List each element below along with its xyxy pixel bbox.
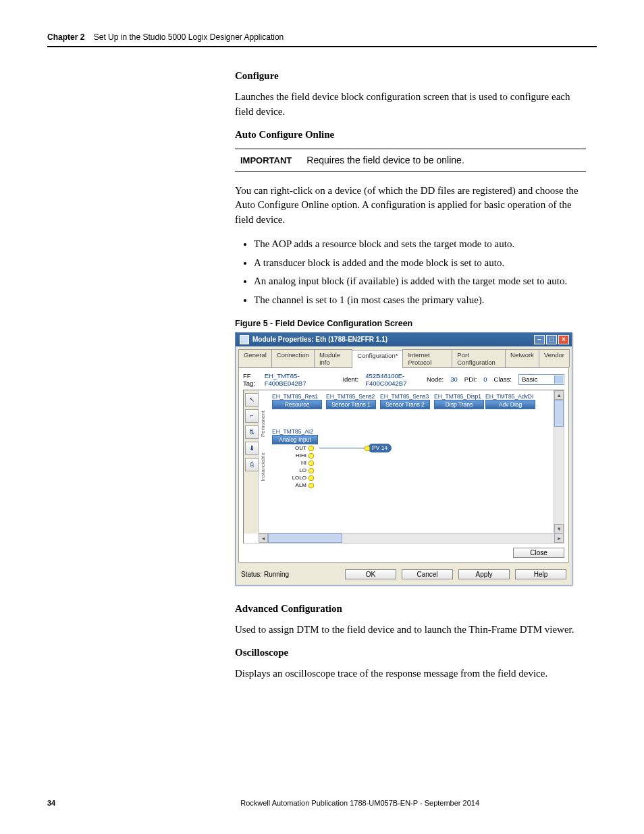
ident-value: 452B48100E-F400C0042B7: [365, 372, 420, 387]
list-item: An analog input block (if available) is …: [254, 274, 586, 289]
tab-port-configuration[interactable]: Port Configuration: [452, 349, 506, 367]
sensor-trans2-block[interactable]: Sensor Trans 2: [380, 400, 430, 409]
maximize-icon[interactable]: □: [546, 335, 557, 344]
wire: [319, 448, 367, 448]
permanent-group-label: Permanent: [260, 411, 266, 437]
horizontal-scrollbar[interactable]: ◂ ▸: [259, 533, 564, 543]
ff-tag-label: FF Tag:: [243, 372, 258, 387]
tab-body: FF Tag: EH_TMT85-F400BE042B7 Ident: 452B…: [238, 367, 569, 563]
window-icon: [240, 335, 249, 344]
pdi-value: 0: [483, 375, 487, 383]
tab-strip: General Connection Module Info Configura…: [236, 346, 572, 367]
heading-oscilloscope: Oscilloscope: [235, 647, 586, 658]
port-out[interactable]: OUT: [283, 444, 314, 452]
status-value: Running: [264, 571, 289, 578]
cancel-button[interactable]: Cancel: [402, 569, 453, 579]
tab-internet-protocol[interactable]: Internet Protocol: [402, 349, 452, 367]
important-callout: IMPORTANT Requires the field device to b…: [235, 149, 586, 172]
tab-network[interactable]: Network: [505, 349, 539, 367]
status-label: Status:: [241, 571, 262, 578]
apply-button[interactable]: Apply: [458, 569, 510, 579]
bullet-list: The AOP adds a resource block and sets t…: [235, 237, 586, 308]
arrange-tool-icon[interactable]: ⇅: [245, 425, 259, 439]
status-row: Status: Running OK Cancel Apply Help: [236, 565, 572, 585]
para-oscilloscope: Displays an oscilloscope trace of the re…: [235, 667, 586, 681]
help-button[interactable]: Help: [515, 569, 566, 579]
tab-module-info[interactable]: Module Info: [314, 349, 352, 367]
port-hi[interactable]: HI: [283, 459, 314, 467]
port-lo[interactable]: LO: [283, 467, 314, 474]
scroll-thumb[interactable]: [268, 533, 342, 543]
ok-button[interactable]: OK: [345, 569, 396, 579]
para-advanced: Used to assign DTM to the field device a…: [235, 623, 586, 637]
block-label: EH_TMT85_Sens2: [326, 393, 375, 400]
pv-tag[interactable]: PV 14: [368, 444, 392, 452]
instanciable-group-label: Instanciable: [260, 452, 266, 481]
publication-info: Rockwell Automation Publication 1788-UM0…: [240, 799, 479, 807]
class-label: Class:: [494, 375, 512, 383]
block-label: EH_TMT85_AI2: [272, 428, 313, 435]
heading-configure: Configure: [235, 70, 586, 82]
node-value: 30: [450, 375, 458, 383]
tab-general[interactable]: General: [238, 349, 272, 367]
connector-tool-icon[interactable]: ⌐: [245, 409, 259, 423]
important-label: IMPORTANT: [240, 155, 292, 165]
tab-vendor[interactable]: Vendor: [539, 349, 570, 367]
heading-advanced: Advanced Configuration: [235, 603, 586, 615]
para-auto-configure: You can right-click on a device (of whic…: [235, 184, 586, 228]
download-tool-icon[interactable]: ⬇: [245, 442, 259, 455]
block-canvas[interactable]: ↖ ⌐ ⇅ ⬇ ⎙ Permanent Instanciable EH_TMT8…: [243, 390, 564, 544]
block-label: EH_TMT85_AdvDI: [485, 393, 533, 400]
adv-diag-block[interactable]: Adv Diag: [485, 400, 535, 409]
scroll-left-icon[interactable]: ◂: [259, 533, 268, 543]
pdi-label: PDI:: [464, 375, 477, 383]
scroll-right-icon[interactable]: ▸: [554, 533, 564, 543]
minimize-icon[interactable]: –: [534, 335, 545, 344]
para-configure: Launches the field device block configur…: [235, 90, 586, 120]
scroll-up-icon[interactable]: ▴: [554, 390, 564, 400]
heading-auto-configure: Auto Configure Online: [235, 129, 586, 140]
block-label: EH_TMT85_Disp1: [434, 393, 481, 400]
important-text: Requires the field device to be online.: [306, 155, 464, 165]
print-tool-icon[interactable]: ⎙: [245, 458, 259, 471]
running-header: Chapter 2 Set Up in the Studio 5000 Logi…: [47, 32, 597, 47]
screenshot-window: Module Properties: Eth (1788-EN2FFR 1.1)…: [235, 332, 572, 585]
sensor-trans1-block[interactable]: Sensor Trans 1: [326, 400, 376, 409]
resource-block[interactable]: Resource: [272, 400, 322, 409]
close-icon[interactable]: ×: [558, 335, 569, 344]
close-button[interactable]: Close: [513, 548, 564, 558]
figure-caption: Figure 5 - Field Device Configuration Sc…: [235, 319, 586, 328]
vertical-scrollbar[interactable]: ▴ ▾: [554, 390, 564, 533]
page-footer: 34 Rockwell Automation Publication 1788-…: [47, 799, 597, 807]
disp-trans-block[interactable]: Disp Trans: [434, 400, 484, 409]
ai-ports: OUT HIHI HI LO LOLO ALM: [283, 444, 314, 489]
chapter-title: Set Up in the Studio 5000 Logix Designer…: [94, 32, 284, 42]
page-number: 34: [47, 799, 55, 807]
canvas-toolbar: ↖ ⌐ ⇅ ⬇ ⎙: [244, 390, 259, 533]
list-item: The AOP adds a resource block and sets t…: [254, 237, 586, 252]
ident-label: Ident:: [342, 375, 358, 383]
pointer-tool-icon[interactable]: ↖: [245, 393, 259, 407]
window-title: Module Properties: Eth (1788-EN2FFR 1.1): [252, 336, 387, 343]
chapter-label: Chapter 2: [47, 32, 84, 42]
ff-tag-value: EH_TMT85-F400BE042B7: [265, 372, 317, 387]
block-label: EH_TMT85_Sens3: [380, 393, 429, 400]
analog-input-block[interactable]: Analog Input: [272, 435, 318, 444]
scroll-thumb[interactable]: [554, 400, 564, 427]
port-lolo[interactable]: LOLO: [283, 474, 314, 481]
port-alm[interactable]: ALM: [283, 481, 314, 489]
info-row: FF Tag: EH_TMT85-F400BE042B7 Ident: 452B…: [243, 372, 564, 387]
block-label: EH_TMT85_Res1: [272, 393, 318, 400]
node-label: Node:: [427, 375, 444, 383]
scroll-down-icon[interactable]: ▾: [554, 524, 564, 533]
window-titlebar[interactable]: Module Properties: Eth (1788-EN2FFR 1.1)…: [236, 333, 572, 346]
list-item: The channel is set to 1 (in most cases t…: [254, 293, 586, 308]
tab-connection[interactable]: Connection: [271, 349, 315, 367]
class-dropdown[interactable]: Basic: [518, 374, 564, 385]
port-hihi[interactable]: HIHI: [283, 452, 314, 459]
list-item: A transducer block is added and the mode…: [254, 256, 586, 271]
tab-configuration[interactable]: Configuration*: [352, 350, 403, 368]
